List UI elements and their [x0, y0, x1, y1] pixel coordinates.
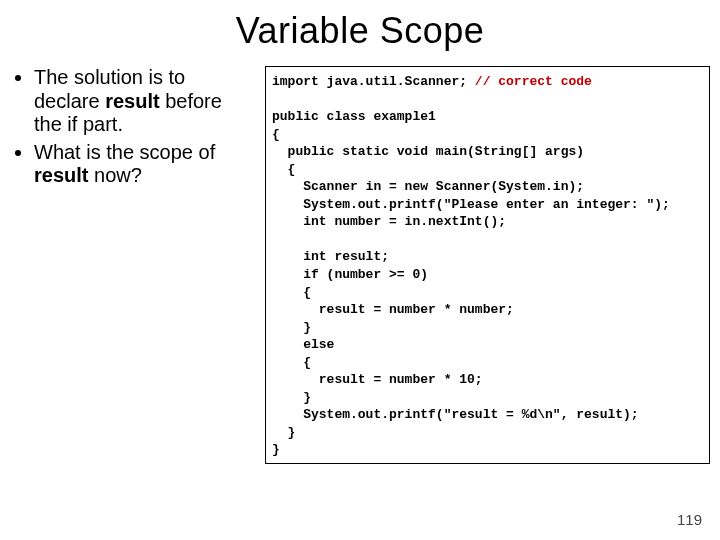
code-line: {: [272, 162, 295, 177]
code-line: import java.util.Scanner;: [272, 74, 475, 89]
code-line: Scanner in = new Scanner(System.in);: [272, 179, 584, 194]
code-line: {: [272, 355, 311, 370]
code-line: public static void main(String[] args): [272, 144, 584, 159]
bullet-text: now?: [88, 164, 141, 186]
code-line: int number = in.nextInt();: [272, 214, 506, 229]
code-line: int result;: [272, 249, 389, 264]
slide-number: 119: [677, 511, 702, 528]
code-line: {: [272, 127, 280, 142]
bullet-text: What is the scope of: [34, 141, 215, 163]
code-line: if (number >= 0): [272, 267, 428, 282]
code-line: public class example1: [272, 109, 436, 124]
bullet-bold: result: [105, 90, 159, 112]
slide: Variable Scope The solution is to declar…: [0, 0, 720, 540]
code-comment: // correct code: [475, 74, 592, 89]
bullet-list: The solution is to declare result before…: [16, 66, 255, 188]
code-line: }: [272, 442, 280, 457]
slide-body: The solution is to declare result before…: [10, 66, 710, 464]
code-line: }: [272, 425, 295, 440]
code-line: else: [272, 337, 334, 352]
bullet-item: What is the scope of result now?: [34, 141, 255, 188]
code-line: result = number * number;: [272, 302, 514, 317]
slide-title: Variable Scope: [10, 10, 710, 52]
code-line: System.out.printf("result = %d\n", resul…: [272, 407, 639, 422]
code-line: }: [272, 320, 311, 335]
code-line: {: [272, 285, 311, 300]
bullet-item: The solution is to declare result before…: [34, 66, 255, 137]
code-line: System.out.printf("Please enter an integ…: [272, 197, 670, 212]
code-line: }: [272, 390, 311, 405]
bullet-column: The solution is to declare result before…: [10, 66, 255, 464]
code-line: result = number * 10;: [272, 372, 483, 387]
code-block: import java.util.Scanner; // correct cod…: [265, 66, 710, 464]
bullet-bold: result: [34, 164, 88, 186]
